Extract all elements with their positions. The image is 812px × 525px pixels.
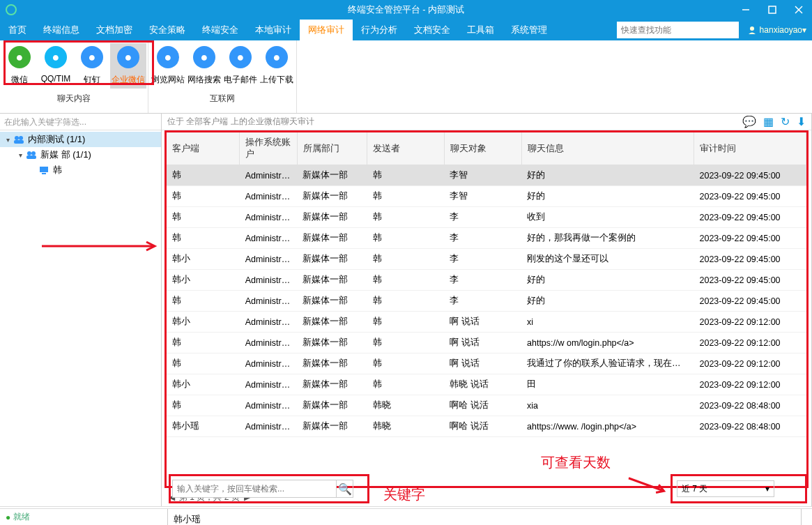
keyword-input[interactable] (173, 480, 336, 497)
table-row[interactable]: 韩Administra...新媒体一部韩李智好的2023-09-22 09:45… (167, 165, 806, 186)
close-button[interactable] (786, 0, 812, 20)
ribbon-btn-label: 电子邮件 (224, 74, 257, 86)
cell-s: 韩 (367, 249, 445, 270)
refresh-icon[interactable]: ↻ (781, 115, 790, 128)
tree-item-label: 内部测试 (1/1) (28, 133, 85, 146)
quick-search[interactable] (617, 22, 739, 38)
menu-5[interactable]: 本地审计 (247, 20, 300, 40)
annotation-label-days: 可查看天数 (541, 453, 611, 472)
ribbon-icon: ● (193, 46, 215, 68)
cell-t: 啊 说话 (444, 312, 521, 333)
cell-t: 李 (444, 228, 521, 249)
cell-s: 韩晓 (367, 395, 445, 416)
table-row[interactable]: 韩Administra...新媒体一部韩李收到2023-09-22 09:45:… (167, 207, 806, 228)
table-row[interactable]: 韩小Administra...新媒体一部韩啊 说话xi2023-09-22 09… (167, 312, 806, 333)
table-row[interactable]: 韩Administra...新媒体一部韩李好的，那我再做一个案例的2023-09… (167, 228, 806, 249)
cell-d: 新媒体一部 (297, 333, 367, 353)
col-header-2[interactable]: 所属部门 (297, 132, 367, 165)
search-icon[interactable]: 🔍 (336, 480, 353, 497)
menu-1[interactable]: 终端信息 (35, 20, 88, 40)
app-logo (6, 4, 17, 15)
menu-4[interactable]: 终端安全 (194, 20, 247, 40)
ribbon-btn-0-1[interactable]: ●QQ/TIM (38, 43, 74, 89)
table-row[interactable]: 韩Administra...新媒体一部韩啊 说话我通过了你的联系人验证请求，现在… (167, 353, 806, 374)
menu-9[interactable]: 工具箱 (459, 20, 503, 40)
chat-icon[interactable]: 💬 (742, 115, 756, 128)
keyword-search[interactable]: 🔍 (172, 480, 353, 498)
tree-toggle-icon[interactable]: ▾ (3, 136, 13, 144)
export-icon[interactable]: ⬇ (797, 115, 806, 128)
col-header-4[interactable]: 聊天对象 (444, 132, 521, 165)
ribbon-btn-0-3[interactable]: ●企业微信 (110, 43, 146, 89)
ribbon-btn-1-1[interactable]: ●网络搜索 (186, 43, 222, 89)
svg-point-4 (750, 26, 754, 31)
col-header-3[interactable]: 发送者 (367, 132, 445, 165)
ribbon-btn-1-0[interactable]: ●浏览网站 (150, 43, 186, 89)
col-header-1[interactable]: 操作系统账户 (240, 132, 297, 165)
cell-d: 新媒体一部 (297, 228, 367, 249)
cell-m: xia (521, 395, 694, 416)
tree-item-0[interactable]: ▾内部测试 (1/1) (0, 132, 161, 147)
menu-7[interactable]: 行为分析 (353, 20, 406, 40)
cell-d: 新媒体一部 (297, 312, 367, 333)
svg-rect-10 (26, 155, 36, 159)
cell-s: 韩晓 (367, 416, 445, 437)
table-row[interactable]: 韩小Administra...新媒体一部韩李好的2023-09-22 09:45… (167, 270, 806, 291)
cell-c: 韩小 (167, 270, 240, 291)
table-row[interactable]: 韩小Administra...新媒体一部韩韩晓 说话田2023-09-22 09… (167, 374, 806, 395)
cell-o: Administra... (240, 186, 297, 207)
breadcrumb: 位于 全部客户端 上的企业微信聊天审计 💬 ▦ ↻ ⬇ (162, 114, 811, 130)
ribbon-group-label: 聊天内容 (57, 93, 91, 105)
cell-m: 好的 (521, 165, 694, 186)
table-row[interactable]: 韩Administra...新媒体一部韩啊 说话ahttps://w om/lo… (167, 333, 806, 353)
ribbon-btn-label: 企业微信 (112, 74, 145, 86)
minimize-button[interactable] (733, 0, 759, 20)
table-row[interactable]: 韩Administra...新媒体一部韩李好的2023-09-22 09:45:… (167, 291, 806, 312)
col-header-0[interactable]: 客户端 (167, 132, 240, 165)
cell-d: 新媒体一部 (297, 207, 367, 228)
tree-toggle-icon[interactable]: ▾ (15, 151, 25, 159)
ribbon-group-label: 互联网 (210, 93, 235, 105)
ribbon-btn-1-2[interactable]: ●电子邮件 (222, 43, 259, 89)
cell-m: 好的，那我再做一个案例的 (521, 228, 694, 249)
table-row[interactable]: 韩小瑶Administra...新媒体一部韩晓啊哈 说活ahttps://www… (167, 416, 806, 437)
cell-s: 韩 (367, 270, 445, 291)
layout-icon[interactable]: ▦ (763, 115, 774, 128)
svg-rect-7 (14, 140, 24, 144)
col-header-6[interactable]: 审计时间 (694, 132, 806, 165)
ribbon-btn-0-2[interactable]: ●钉钉 (74, 43, 110, 89)
user-menu[interactable]: hanxiaoyao ▾ (742, 20, 812, 40)
cell-o: Administra... (240, 207, 297, 228)
menu-8[interactable]: 文档安全 (406, 20, 459, 40)
menu-10[interactable]: 系统管理 (503, 20, 556, 40)
ribbon-icon: ● (117, 46, 139, 68)
cell-s: 韩 (367, 333, 445, 353)
cell-c: 韩小 (167, 249, 240, 270)
cell-m: 刚发的这个显还可以 (521, 249, 694, 270)
annotation-box-keyword: 🔍 (169, 474, 369, 503)
table-row[interactable]: 韩小Administra...新媒体一部韩李刚发的这个显还可以2023-09-2… (167, 249, 806, 270)
days-select[interactable]: 近 7 天 ▾ (677, 480, 774, 497)
tree-item-1[interactable]: ▾新媒 部 (1/1) (0, 147, 161, 162)
ribbon-btn-0-0[interactable]: ●微信 (1, 43, 38, 89)
group-icon (13, 135, 25, 144)
menu-3[interactable]: 安全策略 (141, 20, 194, 40)
menu-0[interactable]: 首页 (0, 20, 35, 40)
cell-s: 韩 (367, 228, 445, 249)
maximize-button[interactable] (759, 0, 786, 20)
cell-a: 2023-09-22 09:12:00 (694, 312, 806, 333)
cell-s: 韩 (367, 207, 445, 228)
col-header-5[interactable]: 聊天信息 (521, 132, 694, 165)
cell-a: 2023-09-22 09:45:00 (694, 228, 806, 249)
table-row[interactable]: 韩Administra...新媒体一部韩晓啊哈 说活xia2023-09-22 … (167, 395, 806, 416)
menu-6[interactable]: 网络审计 (300, 20, 353, 40)
tree-item-2[interactable]: 韩 (0, 162, 161, 178)
cell-c: 韩 (167, 165, 240, 186)
audit-table[interactable]: 客户端操作系统账户所属部门发送者聊天对象聊天信息审计时间 韩Administra… (167, 132, 806, 437)
ribbon-btn-1-3[interactable]: ●上传下载 (259, 43, 295, 89)
cell-m: 好的 (521, 291, 694, 312)
quick-search-input[interactable] (617, 23, 739, 37)
menu-2[interactable]: 文档加密 (88, 20, 141, 40)
table-row[interactable]: 韩Administra...新媒体一部韩李智好的2023-09-22 09:45… (167, 186, 806, 207)
tree-filter[interactable]: 在此输入关键字筛选... (0, 114, 161, 130)
